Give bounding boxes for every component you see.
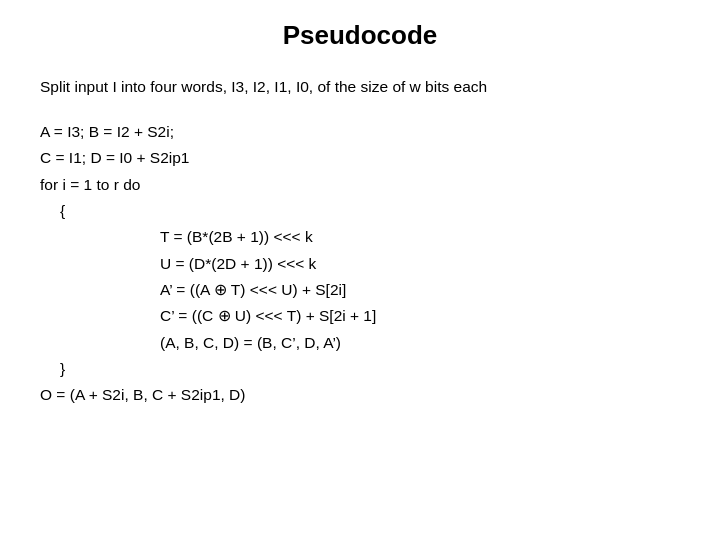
output-line: O = (A + S2i, B, C + S2ip1, D) [40, 382, 680, 408]
code-line-1: A = I3; B = I2 + S2i; [40, 119, 680, 145]
brace-open: { [60, 198, 680, 224]
page-title: Pseudocode [283, 20, 438, 51]
code-block: A = I3; B = I2 + S2i; C = I1; D = I0 + S… [40, 119, 680, 409]
code-line-3: for i = 1 to r do [40, 172, 680, 198]
intro-text: Split input I into four words, I3, I2, I… [40, 75, 680, 99]
a-prime-line: A’ = ((A ⊕ T) <<< U) + S[2i] [160, 277, 680, 303]
brace-close: } [60, 356, 680, 382]
t-line: T = (B*(2B + 1)) <<< k [160, 224, 680, 250]
c-prime-line: C’ = ((C ⊕ U) <<< T) + S[2i + 1] [160, 303, 680, 329]
abcd-line: (A, B, C, D) = (B, C’, D, A’) [160, 330, 680, 356]
u-line: U = (D*(2D + 1)) <<< k [160, 251, 680, 277]
content-area: Split input I into four words, I3, I2, I… [40, 75, 680, 409]
code-line-2: C = I1; D = I0 + S2ip1 [40, 145, 680, 171]
